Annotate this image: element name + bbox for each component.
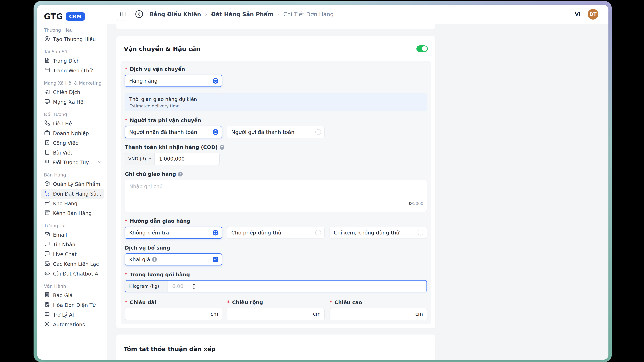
weight-unit-select[interactable]: Kilogram (kg)	[125, 281, 168, 292]
height-input[interactable]: cm	[330, 308, 427, 320]
package-weight-label: * Trọng lượng gói hàng	[125, 272, 427, 278]
eta-subtitle: Estimated delivery time	[129, 104, 422, 108]
sidebar-item-articles[interactable]: Bài Viết	[41, 148, 104, 158]
sidebar-item-tasks[interactable]: Công Việc	[41, 138, 104, 148]
sidebar-item-create-brand[interactable]: Tạo Thương Hiệu	[41, 34, 104, 44]
help-icon[interactable]: ?	[178, 172, 183, 176]
sidebar-item-messages[interactable]: Tin Nhắn	[41, 240, 104, 249]
megaphone-icon	[44, 88, 50, 96]
sidebar-item-warehouse[interactable]: Kho Hàng	[41, 199, 104, 208]
shipping-payer-label: * Người trả phí vận chuyển	[125, 117, 427, 124]
sidebar-item-social-media[interactable]: Mạng Xã Hội	[41, 97, 104, 107]
invoice-check-icon	[44, 301, 50, 309]
instruction-option-view-only[interactable]: Chỉ xem, không dùng thử	[330, 227, 427, 239]
breadcrumb-separator: ›	[205, 11, 207, 17]
window-gradient-frame: GTG CRM Thương Hiệu Tạo Thương Hiệu Tài …	[34, 1, 612, 362]
main-content: Vận chuyển & Hậu cần * Dịch vụ vận chuyể…	[107, 24, 608, 360]
sidebar-toggle-button[interactable]	[117, 8, 129, 20]
sidebar-item-product-management[interactable]: Quản Lý Sản Phẩm	[41, 179, 104, 189]
brand-badge: CRM	[66, 12, 85, 21]
delivery-eta-info-box: Thời gian giao hàng dự kiến Estimated de…	[125, 93, 427, 111]
help-icon[interactable]: ?	[152, 257, 157, 262]
payer-option-receiver-paid[interactable]: Người nhận đã thanh toán	[125, 126, 222, 138]
content-pane: Bảng Điều Khiển › Đặt Hàng Sản Phẩm › Ch…	[107, 5, 608, 360]
shipping-enabled-toggle[interactable]	[416, 45, 428, 52]
cod-currency-select[interactable]: VND (đ)	[125, 153, 155, 165]
sidebar-item-chatbot-settings[interactable]: Cài Đặt Chatbot AI	[41, 269, 104, 279]
robot-icon	[44, 270, 50, 278]
width-input[interactable]: cm	[227, 308, 324, 320]
sidebar-item-automations[interactable]: Automations	[41, 320, 104, 329]
sidebar-section-interaction: Tương Tác	[44, 223, 104, 228]
sidebar-item-quotes[interactable]: Báo Giá	[41, 291, 104, 300]
radio-selected-icon	[213, 129, 218, 135]
summary-title: Tóm tắt thỏa thuận dàn xếp	[124, 345, 428, 356]
radio-unselected-icon	[418, 230, 423, 236]
breadcrumb-separator: ›	[278, 11, 280, 17]
layers-icon	[44, 159, 50, 166]
avatar[interactable]: DT	[588, 9, 598, 19]
language-selector[interactable]: VI	[575, 11, 580, 17]
note-placeholder: Nhập ghi chú	[129, 184, 163, 189]
shipping-logistics-card: Vận chuyển & Hậu cần * Dịch vụ vận chuyể…	[116, 36, 435, 329]
sidebar-section-brand: Thương Hiệu	[44, 27, 104, 33]
sidebar-item-e-invoices[interactable]: Hóa Đơn Điện Tử	[41, 300, 104, 310]
chevron-down-icon[interactable]	[98, 160, 102, 165]
length-input[interactable]: cm	[125, 308, 222, 320]
package-weight-field: Kilogram (kg) 0.00	[125, 280, 427, 292]
required-asterisk: *	[330, 299, 332, 306]
sidebar-item-contacts[interactable]: Liên Hệ	[41, 119, 104, 128]
clipboard-check-icon	[44, 139, 50, 147]
cod-amount-field: VND (đ) 1,000,000	[125, 153, 220, 165]
sidebar-item-email[interactable]: Email	[41, 230, 104, 240]
browser-icon	[44, 67, 50, 74]
sidebar-item-landing-page[interactable]: Trang Đích	[41, 56, 104, 66]
instruction-option-no-inspection[interactable]: Không kiểm tra	[125, 227, 222, 239]
instruction-option-allow-trial[interactable]: Cho phép dùng thử	[227, 227, 324, 239]
ibeam-cursor	[191, 283, 197, 290]
width-label: * Chiều rộng	[227, 299, 324, 306]
help-icon[interactable]: ?	[220, 145, 224, 150]
store-icon	[44, 200, 50, 207]
chat-bubble-icon	[44, 241, 50, 248]
payer-option-sender-paid[interactable]: Người gửi đã thanh toán	[227, 126, 324, 138]
app-header: Bảng Điều Khiển › Đặt Hàng Sản Phẩm › Ch…	[107, 5, 608, 24]
screenshot-stage: GTG CRM Thương Hiệu Tạo Thương Hiệu Tài …	[0, 0, 644, 362]
header-right: VI DT	[575, 9, 598, 19]
sidebar-item-custom-objects[interactable]: Đối Tượng Tùy Chỉnh	[41, 158, 104, 167]
cod-amount-input[interactable]: 1,000,000	[155, 153, 219, 165]
cart-icon	[44, 190, 50, 198]
sidebar-item-sales-channels[interactable]: Kênh Bán Hàng	[41, 208, 104, 218]
shipping-service-label: * Dịch vụ vận chuyển	[125, 66, 427, 72]
panel-left-icon	[120, 11, 126, 17]
sidebar-item-companies[interactable]: Doanh Nghiệp	[41, 128, 104, 138]
chevron-down-icon	[161, 284, 165, 289]
shipping-card-title: Vận chuyển & Hậu cần	[124, 45, 200, 52]
resize-handle[interactable]	[422, 207, 425, 210]
weight-input[interactable]: 0.00	[168, 281, 184, 292]
delivery-note-textarea[interactable]: Nhập ghi chú 0/5000	[125, 180, 427, 212]
required-asterisk: *	[125, 218, 128, 224]
required-asterisk: *	[125, 299, 128, 306]
character-counter: 0/5000	[409, 201, 423, 206]
gear-icon	[44, 321, 50, 328]
addon-option-declared-value[interactable]: Khai giá ?	[125, 253, 222, 266]
checkbox-checked-icon	[213, 257, 218, 262]
sidebar: GTG CRM Thương Hiệu Tạo Thương Hiệu Tài …	[37, 5, 107, 360]
sidebar-item-ai-assistant[interactable]: Trợ Lý AI	[41, 310, 104, 320]
length-label: * Chiều dài	[125, 299, 222, 306]
back-button[interactable]	[134, 9, 144, 19]
sidebar-item-campaigns[interactable]: Chiến Dịch	[41, 87, 104, 97]
breadcrumb-dashboard[interactable]: Bảng Điều Khiển	[149, 11, 201, 17]
arrow-left-circle-icon	[134, 9, 144, 19]
radio-unselected-icon	[315, 230, 321, 236]
sidebar-section-sales: Bán Hàng	[44, 172, 104, 177]
radio-selected-icon	[213, 78, 218, 84]
sidebar-item-communication-channels[interactable]: Các Kênh Liên Lạc	[41, 259, 104, 269]
sidebar-item-product-orders[interactable]: Đơn Đặt Hàng Sản Phẩ...	[41, 189, 104, 199]
sidebar-item-website[interactable]: Trang Web (Thử Nghiệ...	[41, 66, 104, 75]
chat-dots-icon	[44, 251, 50, 258]
breadcrumb-product-orders[interactable]: Đặt Hàng Sản Phẩm	[211, 11, 273, 17]
shipping-service-option-heavy[interactable]: Hàng nặng	[125, 75, 222, 87]
sidebar-item-live-chat[interactable]: Live Chat	[41, 249, 104, 259]
